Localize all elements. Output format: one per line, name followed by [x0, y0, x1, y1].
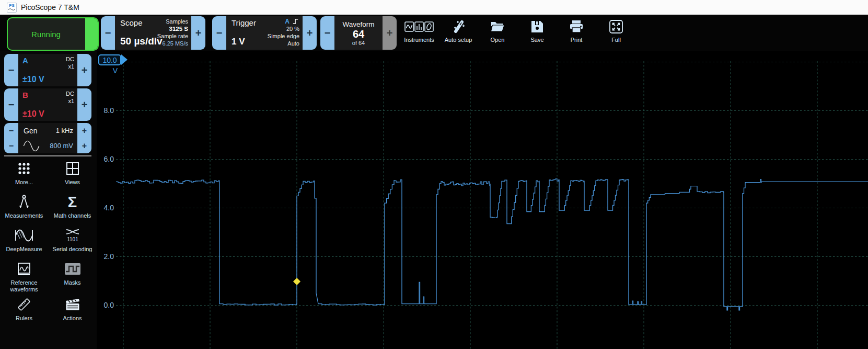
clapperboard-icon: [65, 296, 80, 313]
sidebar-tool-math-channels[interactable]: Σ Math channels: [48, 192, 97, 224]
sidebar-tool-deepmeasure[interactable]: DeepMeasure: [0, 225, 48, 257]
trigger-mode-value: Auto: [268, 40, 299, 47]
trigger-increase-button[interactable]: +: [303, 16, 317, 50]
logo-waveform-glyph: [8, 8, 15, 11]
trigger-level-value: 1 V: [232, 37, 245, 47]
y-axis-tick-label: 4.0: [97, 204, 114, 212]
sidebar-tool-rulers[interactable]: Rulers: [0, 294, 48, 327]
trigger-panel[interactable]: Trigger 1 V A 20 % Simple edge Auto: [226, 16, 303, 50]
channel-b-increase-button[interactable]: +: [77, 88, 91, 121]
scope-graph: [97, 51, 868, 349]
waveform-trace: [116, 179, 868, 310]
sidebar-tool-serial-decoding[interactable]: 1101 Serial decoding: [48, 225, 97, 257]
views-grid-icon: [66, 160, 79, 177]
generator-amplitude-row[interactable]: 800 mV: [18, 138, 77, 153]
trigger-source-channel: A: [285, 18, 290, 25]
print-icon: [569, 18, 584, 36]
channel-a-decrease-button[interactable]: −: [4, 54, 18, 86]
channel-b-coupling: DC: [66, 90, 74, 97]
generator-amplitude-decrease-button[interactable]: −: [4, 138, 18, 153]
more-dots-icon: [17, 160, 31, 177]
reference-waveforms-icon: [17, 260, 31, 278]
full-button[interactable]: Full: [599, 18, 633, 48]
auto-setup-icon: [451, 18, 466, 36]
save-button[interactable]: Save: [520, 18, 554, 48]
trigger-position-value: 20 %: [268, 25, 299, 32]
y-axis-tick-label: 0.0: [97, 301, 114, 309]
instruments-icon: [404, 18, 434, 36]
channel-a-increase-button[interactable]: +: [77, 54, 91, 86]
sidebar-tool-masks[interactable]: Masks: [48, 258, 97, 293]
open-button[interactable]: Open: [480, 18, 515, 48]
y-axis-tick-label: 6.0: [97, 155, 114, 163]
channel-a-name: A: [22, 56, 28, 65]
scope-panel[interactable]: Scope 50 µs/div Samples 3125 S Sample ra…: [115, 16, 191, 50]
channel-a-range: ±10 V: [22, 75, 44, 84]
trigger-panel-group: − Trigger 1 V A 20 % Simple edge Auto +: [212, 16, 317, 50]
instruments-button[interactable]: Instruments: [402, 18, 436, 48]
generator-panel: − Gen 1 kHz + − 800 mV +: [4, 123, 91, 153]
deepmeasure-icon: [15, 227, 33, 244]
calipers-icon: [17, 193, 31, 211]
sidebar-tool-actions[interactable]: Actions: [48, 294, 97, 327]
waveform-panel-group: − Waveform 64 of 64 +: [320, 16, 397, 50]
scope-decrease-button[interactable]: −: [101, 16, 115, 50]
app-title: PicoScope 7 T&M: [21, 3, 79, 12]
sidebar-tool-more[interactable]: More...: [0, 158, 48, 190]
channel-a-probe: x1: [66, 63, 74, 70]
y-axis-tick-label: 2.0: [97, 252, 114, 261]
masks-icon: [64, 260, 81, 278]
trigger-type-value: Simple edge: [268, 32, 299, 40]
sidebar-tool-reference-waveforms[interactable]: Reference waveforms: [0, 258, 48, 293]
scope-canvas[interactable]: 10.0 V 8.06.04.02.00.0: [97, 51, 868, 349]
y-axis-max-label[interactable]: 10.0: [98, 54, 121, 65]
sample-rate-value: 6.25 MS/s: [157, 40, 188, 47]
open-folder-icon: [490, 18, 505, 36]
y-axis-unit: V: [97, 66, 118, 75]
auto-setup-button[interactable]: Auto setup: [441, 18, 476, 48]
generator-label: Gen: [24, 127, 37, 135]
sidebar-separator: [4, 155, 91, 156]
generator-frequency: 1 kHz: [56, 127, 73, 134]
waveform-next-button: +: [383, 16, 397, 50]
channel-b-decrease-button[interactable]: −: [4, 88, 18, 121]
sigma-icon: Σ: [68, 193, 77, 211]
channel-b-body[interactable]: B DC x1 ±10 V: [18, 88, 77, 121]
generator-amplitude-increase-button[interactable]: +: [77, 138, 91, 153]
waveform-panel-title: Waveform: [342, 20, 374, 28]
running-button[interactable]: Running: [7, 17, 99, 51]
sidebar-tool-measurements[interactable]: Measurements: [0, 192, 48, 224]
samples-label: Samples: [157, 18, 188, 25]
rising-edge-icon: [292, 18, 299, 25]
fullscreen-icon: [609, 18, 623, 36]
timebase-value: 50 µs/div: [120, 36, 163, 47]
generator-frequency-decrease-button[interactable]: −: [4, 123, 18, 138]
sidebar-tool-views[interactable]: Views: [48, 158, 97, 190]
waveform-previous-button[interactable]: −: [320, 16, 334, 50]
ruler-icon: [16, 296, 32, 313]
serial-decoding-icon: 1101: [65, 227, 80, 244]
picoscope-app-icon: PS: [7, 3, 17, 13]
trigger-panel-title: Trigger: [232, 18, 256, 27]
serial-bits-text: 1101: [67, 237, 78, 242]
window-title-bar: PS PicoScope 7 T&M: [0, 0, 868, 15]
generator-frequency-increase-button[interactable]: +: [77, 123, 91, 138]
scope-panel-title: Scope: [120, 18, 143, 27]
running-label: Running: [8, 18, 84, 50]
trigger-decrease-button[interactable]: −: [212, 16, 226, 50]
save-icon: [530, 18, 544, 36]
scope-increase-button[interactable]: +: [191, 16, 205, 50]
generator-frequency-row[interactable]: Gen 1 kHz: [18, 123, 77, 138]
samples-value: 3125 S: [157, 25, 188, 32]
y-axis-tick-label: 8.0: [97, 106, 114, 115]
waveform-panel[interactable]: Waveform 64 of 64: [334, 16, 383, 50]
channel-a-axis-arrow-icon: [121, 54, 128, 65]
waveform-count: of 64: [352, 40, 365, 46]
print-button[interactable]: Print: [559, 18, 594, 48]
channel-a-body[interactable]: A DC x1 ±10 V: [18, 54, 77, 86]
channel-b-name: B: [22, 91, 28, 99]
channel-b-range: ±10 V: [22, 109, 44, 119]
channel-a-coupling: DC: [66, 55, 74, 63]
channel-a-panel: − A DC x1 ±10 V +: [4, 54, 91, 86]
trigger-level-marker[interactable]: [293, 278, 300, 285]
